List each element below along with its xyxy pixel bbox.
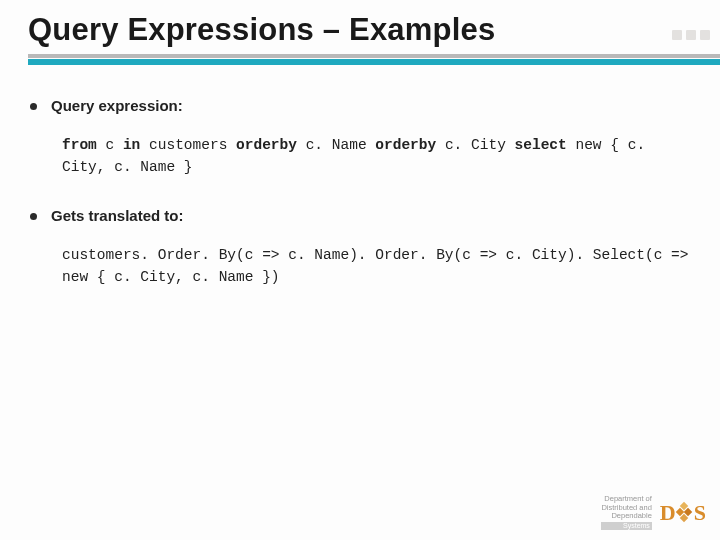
code-keyword: orderby — [375, 137, 436, 153]
slide-title: Query Expressions – Examples — [0, 0, 720, 54]
footer-bar: Systems — [601, 522, 651, 530]
logo-letter-s: S — [694, 502, 706, 524]
bullet-icon — [30, 103, 37, 110]
code-keyword: from — [62, 137, 97, 153]
code-text: c — [97, 137, 123, 153]
rule-gray — [28, 54, 720, 58]
slide-body: Query expression: from c in customers or… — [0, 65, 720, 289]
code-keyword: select — [515, 137, 567, 153]
dot-icon — [686, 30, 696, 40]
logo-letter-d: D — [660, 502, 676, 524]
code-keyword: orderby — [236, 137, 297, 153]
corner-dots-icon — [672, 30, 710, 40]
bullet-text: Query expression: — [51, 97, 183, 114]
d3s-logo-icon: D S — [660, 502, 706, 524]
rule-teal — [28, 59, 720, 65]
bullet-item: Query expression: — [30, 97, 690, 114]
footer-dept-text: Department of Distributed and Dependable… — [601, 495, 651, 530]
code-text: customers — [140, 137, 236, 153]
code-block-translated: customers. Order. By(c => c. Name). Orde… — [62, 244, 690, 289]
bullet-icon — [30, 213, 37, 220]
footer: Department of Distributed and Dependable… — [601, 495, 706, 530]
code-block-query: from c in customers orderby c. Name orde… — [62, 134, 690, 179]
dot-icon — [672, 30, 682, 40]
dot-icon — [700, 30, 710, 40]
code-text: c. Name — [297, 137, 375, 153]
slide: Query Expressions – Examples Query expre… — [0, 0, 720, 540]
code-keyword: in — [123, 137, 140, 153]
code-text: c. City — [436, 137, 514, 153]
footer-line: Dependable — [601, 512, 651, 521]
logo-cubes-icon — [677, 502, 693, 524]
title-rule — [28, 54, 720, 65]
bullet-text: Gets translated to: — [51, 207, 184, 224]
bullet-item: Gets translated to: — [30, 207, 690, 224]
